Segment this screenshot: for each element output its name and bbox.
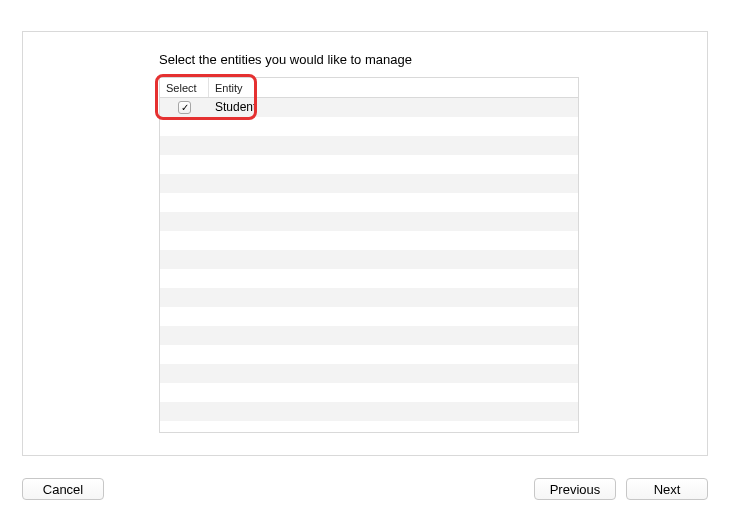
table-row-empty <box>160 326 578 345</box>
table-header: Select Entity <box>160 78 578 98</box>
table-row-empty <box>160 193 578 212</box>
table-row-empty <box>160 250 578 269</box>
table-row-empty <box>160 383 578 402</box>
table-row-empty <box>160 269 578 288</box>
cell-select: ✓ <box>160 101 209 114</box>
table-row-empty <box>160 174 578 193</box>
select-checkbox[interactable]: ✓ <box>178 101 191 114</box>
cancel-button[interactable]: Cancel <box>22 478 104 500</box>
table-row[interactable]: ✓Student <box>160 98 578 117</box>
instruction-text: Select the entities you would like to ma… <box>159 52 412 67</box>
table-row-empty <box>160 421 578 433</box>
table-row-empty <box>160 288 578 307</box>
table-row-empty <box>160 231 578 250</box>
button-bar: Cancel Previous Next <box>0 460 730 518</box>
table-row-empty <box>160 345 578 364</box>
table-row-empty <box>160 117 578 136</box>
table-row-empty <box>160 307 578 326</box>
table-row-empty <box>160 212 578 231</box>
wizard-panel: Select the entities you would like to ma… <box>22 31 708 456</box>
entity-table: Select Entity ✓Student <box>159 77 579 433</box>
table-body: ✓Student <box>160 98 578 432</box>
table-row-empty <box>160 402 578 421</box>
table-row-empty <box>160 155 578 174</box>
cell-entity: Student <box>209 98 578 117</box>
previous-button[interactable]: Previous <box>534 478 616 500</box>
column-header-select[interactable]: Select <box>160 78 209 97</box>
next-button[interactable]: Next <box>626 478 708 500</box>
column-header-entity[interactable]: Entity <box>209 78 578 97</box>
table-row-empty <box>160 136 578 155</box>
table-row-empty <box>160 364 578 383</box>
